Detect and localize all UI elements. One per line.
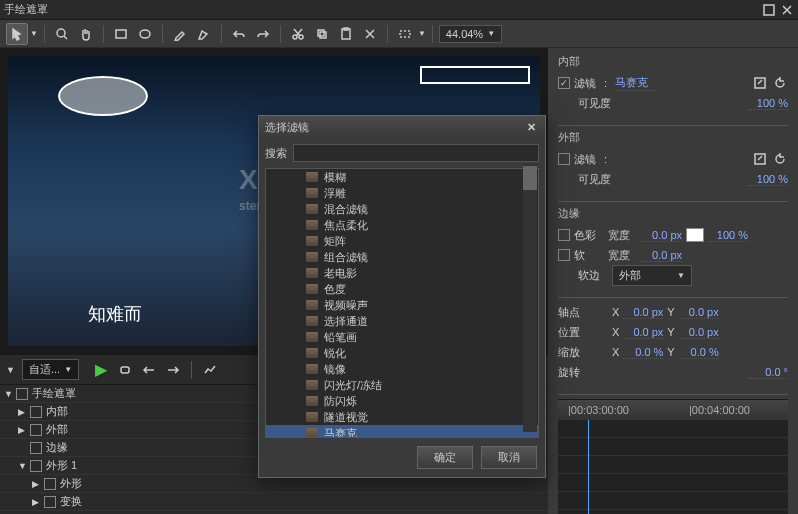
timeline-track[interactable] [558, 510, 788, 514]
edit-tool[interactable] [193, 23, 215, 45]
filter-item[interactable]: 防闪烁 [266, 393, 538, 409]
anchor-y[interactable]: 0.0 px [679, 306, 719, 319]
arrow-tool[interactable] [6, 23, 28, 45]
edge-color-checkbox[interactable] [558, 229, 570, 241]
play-button[interactable]: ▶ [91, 360, 111, 379]
hand-tool[interactable] [75, 23, 97, 45]
next-button[interactable] [163, 360, 183, 380]
edge-width-pct[interactable]: 100 % [708, 229, 748, 242]
tree-toggle[interactable]: ▼ [6, 365, 18, 375]
maximize-button[interactable] [762, 3, 776, 17]
timeline-track[interactable] [558, 456, 788, 474]
zoom-dropdown[interactable]: 44.04% ▼ [439, 25, 502, 43]
mask-rect[interactable] [420, 66, 530, 84]
filter-item[interactable]: 浮雕 [266, 185, 538, 201]
inner-filter-edit-icon[interactable] [752, 75, 768, 91]
undo-button[interactable] [228, 23, 250, 45]
anchor-x[interactable]: 0.0 px [623, 306, 663, 319]
dialog-scrollbar[interactable] [523, 164, 537, 432]
loop-button[interactable] [115, 360, 135, 380]
outer-filter-reset-icon[interactable] [772, 151, 788, 167]
aspect-tool[interactable] [394, 23, 416, 45]
graph-button[interactable] [200, 360, 220, 380]
inner-vis-value[interactable]: 100 % [748, 97, 788, 110]
expand-icon[interactable]: ▶ [18, 407, 30, 417]
filter-item[interactable]: 选择通道 [266, 313, 538, 329]
pos-y[interactable]: 0.0 px [679, 326, 719, 339]
tree-checkbox[interactable] [30, 406, 42, 418]
outer-vis-value[interactable]: 100 % [748, 173, 788, 186]
dialog-close-button[interactable]: ✕ [523, 119, 539, 135]
expand-icon[interactable]: ▶ [32, 497, 44, 507]
tree-checkbox[interactable] [44, 478, 56, 490]
redo-button[interactable] [252, 23, 274, 45]
filter-list[interactable]: 模糊浮雕混合滤镜焦点柔化矩阵组合滤镜老电影色度视频噪声选择通道铅笔画锐化镜像闪光… [265, 168, 539, 438]
expand-icon[interactable]: ▶ [18, 425, 30, 435]
filter-item[interactable]: 组合滤镜 [266, 249, 538, 265]
dialog-titlebar[interactable]: 选择滤镜 ✕ [259, 116, 545, 138]
mask-ellipse[interactable] [58, 76, 148, 116]
pos-x[interactable]: 0.0 px [623, 326, 663, 339]
cancel-button[interactable]: 取消 [481, 446, 537, 469]
timeline-track[interactable] [558, 438, 788, 456]
filter-item[interactable]: 混合滤镜 [266, 201, 538, 217]
timeline-track[interactable] [558, 474, 788, 492]
tree-checkbox[interactable] [16, 388, 28, 400]
scale-x[interactable]: 0.0 % [623, 346, 663, 359]
filter-item[interactable]: 镜像 [266, 361, 538, 377]
expand-icon[interactable]: ▶ [32, 479, 44, 489]
scale-y[interactable]: 0.0 % [679, 346, 719, 359]
inner-filter-reset-icon[interactable] [772, 75, 788, 91]
edge-soft-checkbox[interactable] [558, 249, 570, 261]
edge-width-value2[interactable]: 0.0 px [642, 249, 682, 262]
filter-item[interactable]: 矩阵 [266, 233, 538, 249]
outer-filter-checkbox[interactable] [558, 153, 570, 165]
timeline-track[interactable] [558, 420, 788, 438]
edge-title: 边缘 [558, 206, 788, 221]
aspect-dropdown[interactable]: ▼ [418, 29, 426, 38]
filter-item[interactable]: 老电影 [266, 265, 538, 281]
timeline-ruler[interactable]: |00:03:00:00 |00:04:00:00 [558, 400, 788, 420]
filter-item[interactable]: 马赛克 [266, 425, 538, 438]
filter-item[interactable]: 模糊 [266, 169, 538, 185]
zoom-tool[interactable] [51, 23, 73, 45]
edge-softedge-dropdown[interactable]: 外部▼ [612, 265, 692, 286]
timeline-track[interactable] [558, 492, 788, 510]
expand-icon[interactable]: ▼ [18, 461, 30, 471]
delete-button[interactable] [359, 23, 381, 45]
filter-item[interactable]: 隧道视觉 [266, 409, 538, 425]
tree-row[interactable]: ▶变换 [0, 493, 548, 511]
filter-item[interactable]: 色度 [266, 281, 538, 297]
playhead[interactable] [588, 420, 589, 514]
outer-filter-edit-icon[interactable] [752, 151, 768, 167]
close-button[interactable] [780, 3, 794, 17]
ok-button[interactable]: 确定 [417, 446, 473, 469]
tree-checkbox[interactable] [30, 424, 42, 436]
pen-tool[interactable] [169, 23, 191, 45]
filter-item[interactable]: 视频噪声 [266, 297, 538, 313]
filter-item[interactable]: 焦点柔化 [266, 217, 538, 233]
rect-tool[interactable] [110, 23, 132, 45]
copy-button[interactable] [311, 23, 333, 45]
scrollbar-thumb[interactable] [523, 166, 537, 190]
rotation-value[interactable]: 0.0 ° [748, 366, 788, 379]
paste-button[interactable] [335, 23, 357, 45]
edge-color-swatch[interactable] [686, 228, 704, 242]
arrow-tool-dropdown[interactable]: ▼ [30, 29, 38, 38]
filter-item[interactable]: 铅笔画 [266, 329, 538, 345]
search-input[interactable] [293, 144, 539, 162]
ellipse-tool[interactable] [134, 23, 156, 45]
filter-item[interactable]: 锐化 [266, 345, 538, 361]
tree-checkbox[interactable] [30, 460, 42, 472]
timeline-tracks[interactable] [558, 420, 788, 514]
filter-item[interactable]: 闪光灯/冻结 [266, 377, 538, 393]
cut-button[interactable] [287, 23, 309, 45]
fit-dropdown[interactable]: 自适...▼ [22, 359, 79, 380]
edge-width-value1[interactable]: 0.0 px [642, 229, 682, 242]
prev-button[interactable] [139, 360, 159, 380]
expand-icon[interactable]: ▼ [4, 389, 16, 399]
tree-checkbox[interactable] [30, 442, 42, 454]
inner-filter-checkbox[interactable] [558, 77, 570, 89]
inner-filter-value[interactable]: 马赛克 [615, 75, 655, 91]
tree-checkbox[interactable] [44, 496, 56, 508]
